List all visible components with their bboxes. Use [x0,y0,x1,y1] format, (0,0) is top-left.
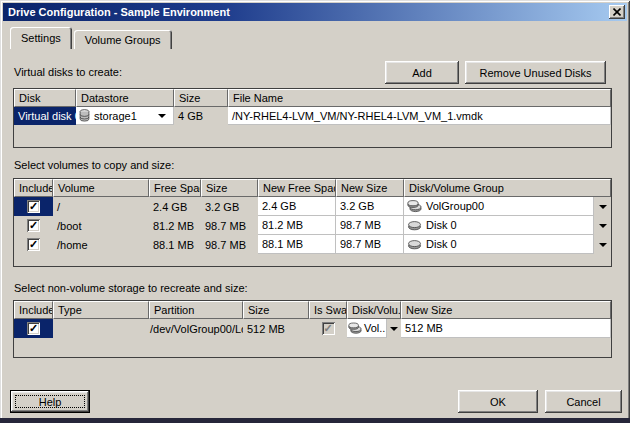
table-row[interactable]: Virtual disk 0 storage1 4 GB /NY-RHEL4-L… [14,107,611,125]
disk-volume-group-combobox[interactable]: VolGroup00 [404,197,611,216]
datastore-value: storage1 [94,110,137,122]
free-space-cell: 2.4 GB [149,197,201,216]
include-cell [14,216,53,235]
tab-settings-label: Settings [21,32,61,44]
partition-cell: /dev/VolGroup00/Lo... [149,319,243,338]
tab-strip: Settings Volume Groups [10,27,172,49]
group-value: VolGroup00 [426,200,484,212]
size-cell: 98.7 MB [201,216,258,235]
volumes-table: Include Volume Free Space Size New Free … [13,178,612,267]
column-header-disk-volume[interactable]: Disk/Volu... [347,301,401,319]
is-swap-checkbox [322,322,335,335]
column-header-new-size[interactable]: New Size [336,179,404,197]
table-row[interactable]: /home 88.1 MB 98.7 MB 88.1 MB 98.7 MB Di… [14,235,611,254]
tab-volume-groups[interactable]: Volume Groups [74,30,172,49]
datastore-icon [79,109,90,122]
include-checkbox[interactable] [27,219,40,232]
chevron-down-icon[interactable] [594,197,611,216]
chevron-down-icon[interactable] [594,216,611,235]
include-cell [14,319,53,338]
include-checkbox[interactable] [27,322,40,335]
include-checkbox[interactable] [27,200,40,213]
disk-icon [407,220,422,231]
close-button[interactable] [609,5,625,19]
tab-settings[interactable]: Settings [10,27,72,49]
new-size-field[interactable]: 98.7 MB [336,216,404,235]
ok-button-label: OK [490,396,506,408]
is-swap-cell [309,319,347,338]
group-value: Vol... [364,322,387,334]
new-size-field[interactable]: 512 MB [401,319,611,338]
new-free-space-field[interactable]: 88.1 MB [258,235,336,254]
size-cell: 3.2 GB [201,197,258,216]
column-header-free-space[interactable]: Free Space [149,179,201,197]
remove-unused-disks-button[interactable]: Remove Unused Disks [465,61,606,84]
virtual-disks-header: Disk Datastore Size File Name [14,89,611,107]
column-header-partition[interactable]: Partition [149,301,243,319]
volume-group-icon [348,322,362,335]
chevron-down-icon[interactable] [387,319,401,338]
volume-cell: /home [53,235,149,254]
type-cell [53,319,149,338]
chevron-down-icon[interactable] [153,114,170,118]
column-header-datastore[interactable]: Datastore [76,89,174,107]
datastore-combobox[interactable]: storage1 [76,107,174,125]
column-header-include[interactable]: Include [14,179,53,197]
size-cell: 98.7 MB [201,235,258,254]
cancel-button[interactable]: Cancel [545,390,622,413]
column-header-include[interactable]: Include [14,301,53,319]
disk-volume-group-combobox[interactable]: Disk 0 [404,235,611,254]
column-header-size[interactable]: Size [243,301,309,319]
disk-volume-group-combobox[interactable]: Disk 0 [404,216,611,235]
column-header-new-size[interactable]: New Size [401,301,611,319]
column-header-size[interactable]: Size [201,179,258,197]
new-size-field[interactable]: 3.2 GB [336,197,404,216]
volumes-label: Select volumes to copy and size: [14,159,174,171]
non-volume-label: Select non-volume storage to recreate an… [14,282,248,294]
table-row[interactable]: /dev/VolGroup00/Lo... 512 MB Vol... 512 … [14,319,611,338]
column-header-type[interactable]: Type [53,301,149,319]
ok-button[interactable]: OK [458,390,538,413]
include-checkbox[interactable] [27,238,40,251]
column-header-volume[interactable]: Volume [53,179,149,197]
close-icon [613,8,621,16]
non-volume-table: Include Type Partition Size Is Swap Disk… [13,300,612,358]
volumes-header: Include Volume Free Space Size New Free … [14,179,611,197]
virtual-disks-table: Disk Datastore Size File Name Virtual di… [13,88,612,148]
drive-configuration-dialog: Drive Configuration - Sample Environment… [0,0,630,423]
remove-unused-disks-label: Remove Unused Disks [480,67,592,79]
column-header-file-name[interactable]: File Name [228,89,611,107]
new-free-space-field[interactable]: 2.4 GB [258,197,336,216]
column-header-is-swap[interactable]: Is Swap [309,301,347,319]
title-bar[interactable]: Drive Configuration - Sample Environment [3,3,627,21]
disk-volume-combobox[interactable]: Vol... [347,319,401,338]
table-row[interactable]: / 2.4 GB 3.2 GB 2.4 GB 3.2 GB VolGroup00 [14,197,611,216]
volume-cell: /boot [53,216,149,235]
new-size-field[interactable]: 98.7 MB [336,235,404,254]
window-title: Drive Configuration - Sample Environment [8,6,230,18]
cancel-button-label: Cancel [566,396,600,408]
column-header-disk[interactable]: Disk [14,89,76,107]
virtual-disks-label: Virtual disks to create: [14,66,122,78]
tab-volume-groups-label: Volume Groups [85,34,161,46]
column-header-new-free-space[interactable]: New Free Space [258,179,336,197]
disk-size-cell: 4 GB [174,107,228,125]
column-header-disk-volume-group[interactable]: Disk/Volume Group [404,179,611,197]
focus-rect [15,395,85,408]
help-button[interactable]: Help [10,390,90,413]
include-cell [14,235,53,254]
group-value: Disk 0 [426,219,457,231]
disk-name-cell[interactable]: Virtual disk 0 [14,107,76,125]
add-button[interactable]: Add [385,61,459,84]
include-cell [14,197,53,216]
group-value: Disk 0 [426,238,457,250]
file-name-cell[interactable]: /NY-RHEL4-LVM_VM/NY-RHEL4-LVM_VM_1.vmdk [228,107,611,125]
chevron-down-icon[interactable] [594,235,611,254]
volume-group-icon [407,200,422,213]
new-free-space-field[interactable]: 81.2 MB [258,216,336,235]
column-header-size[interactable]: Size [174,89,228,107]
free-space-cell: 88.1 MB [149,235,201,254]
volume-cell: / [53,197,149,216]
non-volume-header: Include Type Partition Size Is Swap Disk… [14,301,611,319]
table-row[interactable]: /boot 81.2 MB 98.7 MB 81.2 MB 98.7 MB Di… [14,216,611,235]
